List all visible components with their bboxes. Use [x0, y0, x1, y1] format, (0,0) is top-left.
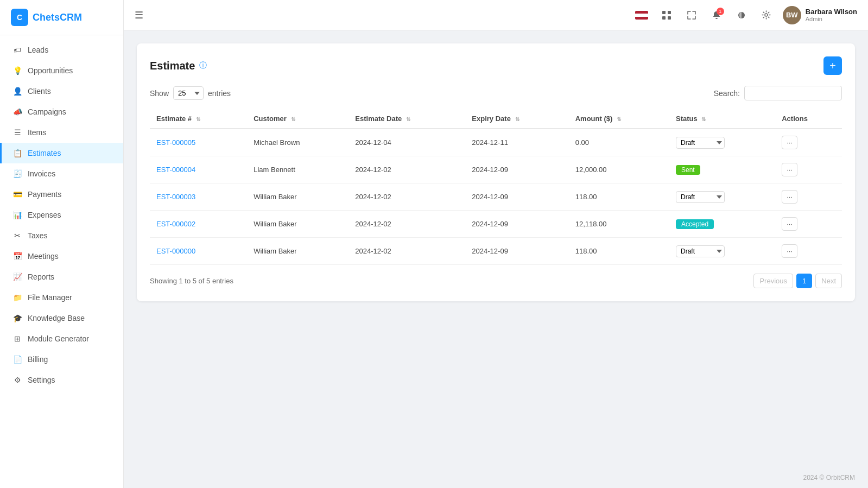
sidebar-label-file-manager: File Manager	[28, 293, 72, 302]
action-menu-button[interactable]: ···	[782, 244, 797, 258]
sidebar-item-clients[interactable]: 👤 Clients	[0, 81, 123, 102]
user-info: Barbara Wilson Admin	[806, 8, 857, 22]
page-header: Estimate ⓘ +	[150, 56, 842, 75]
search-input[interactable]	[744, 86, 842, 100]
hamburger-icon[interactable]: ☰	[135, 9, 143, 21]
status-select[interactable]: DraftSentAccepted	[676, 137, 725, 149]
action-menu-button[interactable]: ···	[782, 190, 797, 204]
estimate-link[interactable]: EST-000002	[156, 220, 195, 228]
svg-rect-2	[662, 16, 666, 20]
col-customer[interactable]: Customer ⇅	[247, 109, 349, 129]
sidebar-item-settings[interactable]: ⚙ Settings	[0, 370, 123, 390]
knowledge-base-icon: 🎓	[12, 313, 22, 323]
cell-estimate-date: 2024-12-02	[349, 156, 465, 183]
pagination-row: Showing 1 to 5 of 5 entries Previous 1 N…	[150, 274, 842, 288]
sort-icon-amount: ⇅	[617, 116, 621, 122]
sidebar-item-reports[interactable]: 📈 Reports	[0, 267, 123, 287]
sidebar-label-clients: Clients	[28, 87, 51, 96]
cell-status: DraftSentAccepted	[669, 129, 775, 156]
svg-rect-1	[668, 11, 671, 14]
col-expiry_date[interactable]: Expiry Date ⇅	[465, 109, 568, 129]
sidebar-item-knowledge-base[interactable]: 🎓 Knowledge Base	[0, 308, 123, 328]
estimate-link[interactable]: EST-000005	[156, 138, 195, 147]
col-estimate_num[interactable]: Estimate # ⇅	[150, 109, 247, 129]
cell-customer: Liam Bennett	[247, 156, 349, 183]
status-badge-sent: Sent	[676, 165, 700, 175]
sidebar-item-invoices[interactable]: 🧾 Invoices	[0, 163, 123, 184]
status-badge-accepted: Accepted	[676, 219, 714, 229]
settings-icon: ⚙	[12, 375, 22, 385]
estimate-link[interactable]: EST-000000	[156, 247, 195, 255]
search-label: Search:	[714, 89, 740, 98]
info-icon[interactable]: ⓘ	[199, 61, 207, 71]
sidebar-label-billing: Billing	[28, 355, 48, 364]
cell-actions: ···	[775, 183, 842, 211]
col-status[interactable]: Status ⇅	[669, 109, 775, 129]
sidebar-item-leads[interactable]: 🏷 Leads	[0, 40, 123, 60]
cell-actions: ···	[775, 129, 842, 156]
sort-icon-customer: ⇅	[291, 116, 295, 122]
sidebar-item-module-generator[interactable]: ⊞ Module Generator	[0, 328, 123, 349]
sidebar-item-estimates[interactable]: 📋 Estimates	[0, 143, 123, 163]
cell-status: Accepted	[669, 211, 775, 238]
topbar-left: ☰	[135, 9, 143, 21]
col-actions[interactable]: Actions	[775, 109, 842, 129]
action-menu-button[interactable]: ···	[782, 163, 797, 176]
settings-icon[interactable]	[758, 7, 775, 24]
dark-mode-icon[interactable]	[733, 7, 750, 24]
clients-icon: 👤	[12, 86, 22, 96]
sidebar-item-campaigns[interactable]: 📣 Campaigns	[0, 102, 123, 122]
previous-button[interactable]: Previous	[753, 274, 793, 288]
logo[interactable]: C ChetsCRM	[0, 0, 123, 35]
fullscreen-icon[interactable]	[683, 7, 700, 24]
sidebar-item-items[interactable]: ☰ Items	[0, 122, 123, 143]
cell-expiry-date: 2024-12-09	[465, 183, 568, 211]
col-estimate_date[interactable]: Estimate Date ⇅	[349, 109, 465, 129]
page-title: Estimate	[150, 60, 195, 72]
sort-icon-estimate_num: ⇅	[196, 116, 200, 122]
cell-status: Sent	[669, 156, 775, 183]
sidebar-item-file-manager[interactable]: 📁 File Manager	[0, 287, 123, 308]
cell-expiry-date: 2024-12-09	[465, 156, 568, 183]
cell-estimate-date: 2024-12-02	[349, 211, 465, 238]
sidebar-item-taxes[interactable]: ✂ Taxes	[0, 225, 123, 246]
sidebar-item-opportunities[interactable]: 💡 Opportunities	[0, 60, 123, 81]
campaigns-icon: 📣	[12, 107, 22, 117]
sidebar-item-meetings[interactable]: 📅 Meetings	[0, 246, 123, 267]
footer-text: 2024 © OrbitCRM	[803, 474, 855, 481]
status-select[interactable]: DraftSentAccepted	[676, 191, 725, 203]
reports-icon: 📈	[12, 272, 22, 282]
status-select[interactable]: DraftSentAccepted	[676, 245, 725, 257]
action-menu-button[interactable]: ···	[782, 217, 797, 231]
estimates-icon: 📋	[12, 148, 22, 158]
sidebar-item-billing[interactable]: 📄 Billing	[0, 349, 123, 370]
action-menu-button[interactable]: ···	[782, 136, 797, 149]
user-profile[interactable]: BW Barbara Wilson Admin	[783, 6, 857, 24]
sidebar-item-payments[interactable]: 💳 Payments	[0, 184, 123, 205]
sidebar-item-expenses[interactable]: 📊 Expenses	[0, 205, 123, 225]
cell-amount: 118.00	[569, 183, 669, 211]
entries-select[interactable]: 10 25 50 100	[173, 86, 204, 100]
showing-text: Showing 1 to 5 of 5 entries	[150, 277, 233, 285]
estimate-link[interactable]: EST-000004	[156, 166, 195, 174]
cell-estimate-id: EST-000003	[150, 183, 247, 211]
flag-icon[interactable]	[633, 7, 650, 24]
grid-icon[interactable]	[658, 7, 675, 24]
estimate-link[interactable]: EST-000003	[156, 193, 195, 201]
logo-text: ChetsCRM	[33, 12, 82, 23]
next-button[interactable]: Next	[815, 274, 842, 288]
col-amount[interactable]: Amount ($) ⇅	[569, 109, 669, 129]
cell-expiry-date: 2024-12-09	[465, 211, 568, 238]
sort-icon-status: ⇅	[701, 116, 706, 122]
cell-estimate-date: 2024-12-02	[349, 238, 465, 265]
main-area: ☰ 1 BW Bar	[124, 0, 868, 488]
page-1-button[interactable]: 1	[796, 274, 812, 288]
opportunities-icon: 💡	[12, 66, 22, 75]
add-button[interactable]: +	[823, 56, 842, 75]
cell-estimate-id: EST-000000	[150, 238, 247, 265]
cell-actions: ···	[775, 238, 842, 265]
sort-icon-expiry_date: ⇅	[515, 116, 519, 122]
estimates-table: Estimate # ⇅Customer ⇅Estimate Date ⇅Exp…	[150, 109, 842, 265]
notification-icon[interactable]: 1	[708, 7, 725, 24]
page-card: Estimate ⓘ + Show 10 25 50 100 entries	[137, 43, 855, 301]
